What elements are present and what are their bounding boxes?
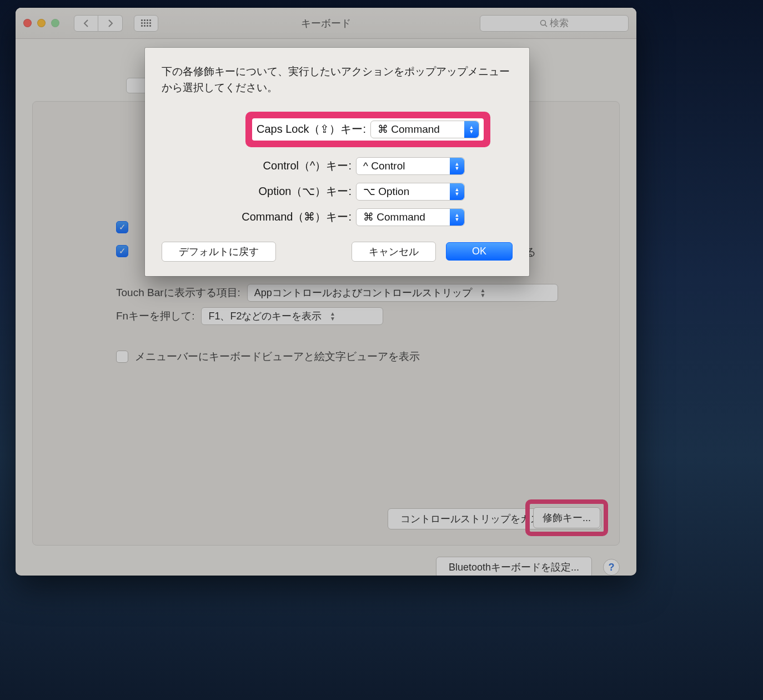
help-button[interactable]: ? xyxy=(603,559,620,576)
traffic-lights xyxy=(23,19,59,27)
svg-point-0 xyxy=(541,20,546,25)
caret-icon: ▲▼ xyxy=(450,158,464,174)
sheet-buttons: デフォルトに戻す キャンセル OK xyxy=(162,242,513,262)
capslock-row-highlight: Caps Lock（⇪）キー: ⌘ Command ▲▼ xyxy=(245,112,490,147)
nav-group xyxy=(74,15,123,32)
modifier-keys-highlight: 修飾キー... xyxy=(525,499,608,536)
control-label: Control（^）キー: xyxy=(263,158,352,173)
option-label: Option（⌥）キー: xyxy=(259,184,352,199)
window-title: キーボード xyxy=(301,17,351,30)
ok-button[interactable]: OK xyxy=(446,242,513,261)
checkbox-checked-1[interactable]: ✓ xyxy=(116,221,128,233)
menubar-viewer-label: メニューバーにキーボードビューアと絵文字ビューアを表示 xyxy=(135,349,420,364)
option-select-value: ⌥ Option xyxy=(363,185,409,198)
nav-back-button[interactable] xyxy=(74,15,98,32)
svg-line-1 xyxy=(545,24,548,27)
caret-icon: ▲▼ xyxy=(450,183,464,200)
restore-defaults-button[interactable]: デフォルトに戻す xyxy=(162,242,276,262)
fn-popup-value: F1、F2などのキーを表示 xyxy=(208,309,322,323)
search-field[interactable]: 検索 xyxy=(480,15,629,32)
option-select[interactable]: ⌥ Option ▲▼ xyxy=(356,183,465,201)
show-all-button[interactable] xyxy=(134,15,158,32)
zoom-window-button[interactable] xyxy=(51,19,59,27)
grid-icon xyxy=(141,19,151,27)
search-icon xyxy=(540,19,548,27)
sheet-description: 下の各修飾キーについて、実行したいアクションをポップアップメニューから選択してく… xyxy=(162,63,513,96)
control-select-value: ^ Control xyxy=(363,160,405,172)
titlebar: キーボード 検索 xyxy=(16,8,636,39)
capslock-select-value: ⌘ Command xyxy=(378,123,440,136)
caret-icon: ▲▼ xyxy=(450,209,464,226)
stepper-icon: ▲▼ xyxy=(327,309,338,323)
modifier-keys-sheet: 下の各修飾キーについて、実行したいアクションをポップアップメニューから選択してく… xyxy=(145,48,529,276)
under-panel-row: Bluetoothキーボードを設定... ? xyxy=(32,557,620,576)
control-select[interactable]: ^ Control ▲▼ xyxy=(356,157,465,175)
capslock-label: Caps Lock（⇪）キー: xyxy=(257,122,366,137)
bluetooth-keyboard-button[interactable]: Bluetoothキーボードを設定... xyxy=(436,557,592,576)
nav-forward-button[interactable] xyxy=(98,15,123,32)
menubar-viewer-checkbox[interactable] xyxy=(116,351,128,363)
touchbar-popup[interactable]: Appコントロールおよびコントロールストリップ ▲▼ xyxy=(247,284,558,302)
modifier-keys-button[interactable]: 修飾キー... xyxy=(533,507,600,528)
search-placeholder: 検索 xyxy=(550,17,569,29)
stepper-icon: ▲▼ xyxy=(478,286,488,299)
caret-icon: ▲▼ xyxy=(464,121,479,138)
command-label: Command（⌘）キー: xyxy=(242,209,352,224)
cancel-button[interactable]: キャンセル xyxy=(352,242,436,262)
command-select[interactable]: ⌘ Command ▲▼ xyxy=(356,208,465,226)
fn-popup[interactable]: F1、F2などのキーを表示 ▲▼ xyxy=(201,307,383,325)
checkbox-checked-2[interactable]: ✓ xyxy=(116,245,128,257)
command-select-value: ⌘ Command xyxy=(363,211,425,223)
minimize-window-button[interactable] xyxy=(37,19,46,27)
touchbar-popup-value: Appコントロールおよびコントロールストリップ xyxy=(254,286,472,299)
fn-label: Fnキーを押して: xyxy=(116,309,194,323)
touchbar-label: Touch Barに表示する項目: xyxy=(116,286,240,300)
close-window-button[interactable] xyxy=(23,19,32,27)
capslock-select[interactable]: ⌘ Command ▲▼ xyxy=(370,121,479,138)
